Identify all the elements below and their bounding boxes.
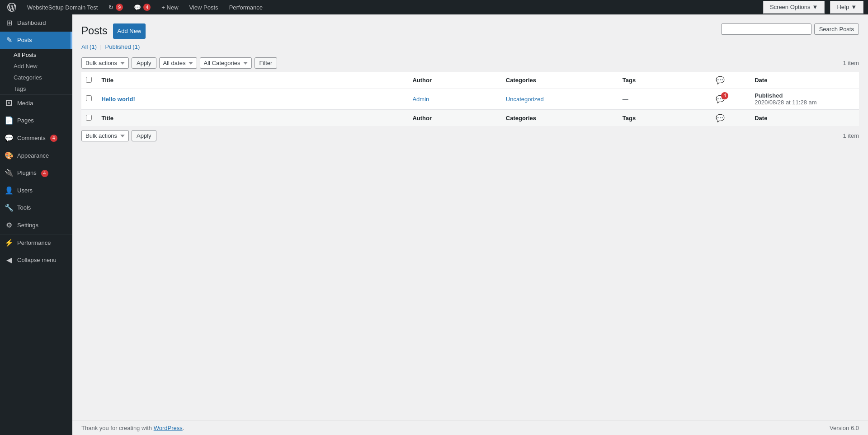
sidebar-item-settings[interactable]: ⚙ Settings [0,217,72,234]
posts-table: Title Author Categories Tags 💬 [81,72,859,126]
media-icon: 🖼 [5,98,14,108]
post-tags-cell: — [618,89,711,110]
admin-bar-updates[interactable]: ↻ 9 [106,0,126,14]
comment-header-icon: 💬 [716,76,725,84]
post-title-cell: Hello world! [97,89,408,110]
published-posts-link[interactable]: Published (1) [105,43,140,50]
comment-footer-icon: 💬 [716,114,725,122]
appearance-icon: 🎨 [5,151,14,161]
post-title-link[interactable]: Hello world! [101,96,135,103]
sidebar-item-all-posts[interactable]: All Posts [0,49,72,61]
author-header: Author [408,72,501,89]
add-new-button[interactable]: Add New [113,23,146,39]
admin-bar-comments[interactable]: 💬 4 [131,0,153,14]
comments-icon: 💬 [5,133,14,143]
apply-button-top[interactable]: Apply [132,57,156,69]
help-button[interactable]: Help ▼ [830,1,863,14]
post-author-link[interactable]: Admin [412,96,429,103]
sidebar-item-users[interactable]: 👤 Users [0,182,72,199]
search-posts-input[interactable] [721,23,811,35]
sidebar-item-collapse-menu[interactable]: ◀ Collapse menu [0,252,72,269]
admin-bar-wp-logo[interactable] [5,0,19,14]
sidebar-item-tags[interactable]: Tags [0,83,72,94]
chevron-down-icon: ▼ [812,4,818,10]
sidebar-item-add-new-post[interactable]: Add New [0,61,72,72]
title-footer-header[interactable]: Title [97,110,408,126]
post-date-cell: Published 2020/08/28 at 11:28 am [750,89,859,110]
admin-bar-new[interactable]: + New [159,0,181,14]
sidebar-item-tools[interactable]: 🔧 Tools [0,199,72,216]
wordpress-link[interactable]: WordPress [154,425,183,431]
sidebar-item-dashboard[interactable]: ⊞ Dashboard [0,14,72,32]
categories-header: Categories [501,72,618,89]
post-date-status: Published [755,92,854,99]
comments-header: 💬 [711,72,750,89]
top-area: Posts Add New All (1) | Published (1) [81,23,859,54]
select-all-checkbox[interactable] [86,77,92,83]
version-info: Version 6.0 [830,425,859,431]
sidebar-item-appearance[interactable]: 🎨 Appearance [0,147,72,164]
comments-badge: 4 [143,4,151,11]
wordpress-logo-icon [7,3,16,12]
page-footer: Thank you for creating with WordPress. V… [72,421,868,435]
tools-icon: 🔧 [5,203,14,213]
sidebar-item-plugins[interactable]: 🔌 Plugins 4 [0,164,72,182]
categories-footer-header: Categories [501,110,618,126]
table-row: Hello world! Admin Uncategorized — 💬 [81,89,859,110]
tags-header: Tags [618,72,711,89]
tags-footer-header: Tags [618,110,711,126]
top-filters-row: Bulk actions Apply All dates All Categor… [81,57,859,69]
comment-count-badge: 4 [721,92,728,99]
all-categories-select[interactable]: All Categories [200,57,252,69]
bulk-actions-select-top[interactable]: Bulk actions [81,57,129,69]
search-posts-button[interactable]: Search Posts [814,23,859,35]
table-header-row: Title Author Categories Tags 💬 [81,72,859,89]
sidebar-item-categories[interactable]: Categories [0,72,72,83]
admin-bar: WebsiteSetup Domain Test ↻ 9 💬 4 + New V… [0,0,868,14]
bulk-actions-select-bottom[interactable]: Bulk actions [81,130,129,141]
plugins-icon: 🔌 [5,168,14,178]
pages-icon: 📄 [5,116,14,126]
item-count-top: 1 item [843,60,859,66]
admin-bar-view-posts[interactable]: View Posts [187,0,221,14]
settings-icon: ⚙ [5,220,14,230]
sidebar-item-media[interactable]: 🖼 Media [0,94,72,112]
page-title: Posts [81,24,108,38]
posts-icon: ✎ [5,35,14,45]
row-checkbox[interactable] [86,95,92,101]
row-checkbox-cell [81,89,97,110]
layout: ⊞ Dashboard ✎ Posts All Posts Add New Ca… [0,14,868,435]
date-header[interactable]: Date [750,72,859,89]
author-footer-header: Author [408,110,501,126]
comments-footer-header: 💬 [711,110,750,126]
filter-button[interactable]: Filter [255,57,278,69]
sidebar-item-pages[interactable]: 📄 Pages [0,112,72,129]
main-content: Posts Add New All (1) | Published (1) [72,14,868,435]
admin-bar-performance[interactable]: Performance [226,0,265,14]
page-header: Posts Add New All (1) | Published (1) [81,23,146,54]
apply-button-bottom[interactable]: Apply [132,130,156,141]
sidebar-item-posts[interactable]: ✎ Posts [0,32,72,49]
updates-badge: 9 [116,4,123,11]
dashboard-icon: ⊞ [5,18,14,28]
comments-count-badge: 4 [50,135,57,142]
all-dates-select[interactable]: All dates [159,57,197,69]
screen-options-button[interactable]: Screen Options ▼ [763,1,825,14]
admin-bar-site-name[interactable]: WebsiteSetup Domain Test [24,0,100,14]
table-bottom-header-row: Title Author Categories Tags 💬 [81,110,859,126]
date-footer-header[interactable]: Date [750,110,859,126]
select-all-checkbox-cell [81,72,97,89]
sidebar-item-comments[interactable]: 💬 Comments 4 [0,130,72,147]
all-posts-link[interactable]: All (1) [81,43,99,50]
title-header[interactable]: Title [97,72,408,89]
performance-icon: ⚡ [5,238,14,248]
update-icon: ↻ [108,4,113,11]
sub-nav: All (1) | Published (1) [81,43,146,50]
sidebar-item-performance[interactable]: ⚡ Performance [0,234,72,252]
select-all-checkbox-bottom[interactable] [86,115,92,121]
users-icon: 👤 [5,186,14,196]
comment-bubble-icon: 💬 [134,4,141,11]
footer-text: Thank you for creating with WordPress. [81,425,184,431]
post-category-link[interactable]: Uncategorized [506,96,544,103]
collapse-icon: ◀ [5,255,14,265]
